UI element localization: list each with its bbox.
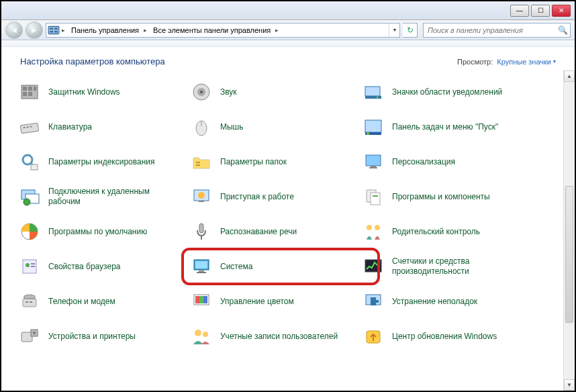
svg-rect-41 <box>371 193 380 205</box>
internet-options-icon <box>17 254 42 279</box>
folder-options-icon <box>189 150 213 174</box>
svg-rect-8 <box>34 87 36 91</box>
nav-forward-button[interactable]: ► <box>26 21 43 39</box>
view-by-dropdown[interactable]: Крупные значки ▾ <box>497 58 556 66</box>
sound-icon <box>189 80 213 104</box>
defender-icon <box>17 80 42 104</box>
svg-rect-63 <box>203 296 207 303</box>
navbar: ◄ ► ▸ Панель управления ▸ Все элементы п… <box>1 20 575 40</box>
cp-item-mouse[interactable]: Мышь <box>185 111 353 143</box>
cp-item-color[interactable]: Управление цветом <box>185 285 353 317</box>
cp-item-label: Клавиатура <box>48 122 92 132</box>
minimize-button[interactable]: — <box>510 5 529 17</box>
cp-item-label: Свойства браузера <box>48 262 121 272</box>
system-icon <box>189 254 213 279</box>
cp-item-phone[interactable]: Телефон и модем <box>13 285 181 317</box>
breadcrumb-seg-2[interactable]: Все элементы панели управления <box>149 23 273 37</box>
cp-item-label: Телефон и модем <box>48 297 115 307</box>
cp-item-speech[interactable]: Распознавание речи <box>185 215 353 248</box>
cp-item-update[interactable]: Центр обновления Windows <box>357 320 525 352</box>
cp-item-devices[interactable]: Устройства и принтеры <box>13 320 181 352</box>
address-bar[interactable]: ▸ Панель управления ▸ Все элементы панел… <box>46 23 400 38</box>
scroll-track[interactable] <box>564 82 575 379</box>
cp-item-remote[interactable]: Подключения к удаленным рабочим <box>13 181 181 213</box>
search-input[interactable] <box>424 26 555 34</box>
svg-rect-58 <box>26 301 28 303</box>
page-title: Настройка параметров компьютера <box>20 56 165 66</box>
cp-item-folder-options[interactable]: Параметры папок <box>185 146 353 178</box>
content-area: Защитник WindowsЗвукЗначки области уведо… <box>1 70 575 391</box>
cp-item-label: Подключения к удаленным рабочим <box>48 187 177 207</box>
view-by: Просмотр: Крупные значки ▾ <box>457 58 556 66</box>
cp-item-taskbar[interactable]: Панель задач и меню "Пуск" <box>357 111 525 143</box>
cp-item-parental[interactable]: Родительский контроль <box>357 215 525 248</box>
cp-item-internet-options[interactable]: Свойства браузера <box>13 250 181 283</box>
getting-started-icon <box>189 185 213 209</box>
svg-point-69 <box>203 332 208 337</box>
cp-item-defender[interactable]: Защитник Windows <box>13 76 181 108</box>
titlebar: — ☐ ✕ <box>1 1 575 20</box>
svg-point-67 <box>33 332 36 334</box>
scroll-down-button[interactable]: ▼ <box>564 379 575 391</box>
items-grid: Защитник WindowsЗвукЗначки области уведо… <box>13 76 575 352</box>
cp-item-system[interactable]: Система <box>185 250 353 283</box>
cp-item-personalization[interactable]: Персонализация <box>357 146 525 178</box>
cp-item-sound[interactable]: Звук <box>185 76 353 108</box>
cp-item-keyboard[interactable]: Клавиатура <box>13 111 181 143</box>
cp-item-label: Программы и компоненты <box>392 192 490 202</box>
address-dropdown-button[interactable]: ▾ <box>389 23 399 37</box>
cp-item-label: Устранение неполадок <box>392 297 477 307</box>
control-panel-window: — ☐ ✕ ◄ ► ▸ Панель управления ▸ Все элем… <box>1 1 575 391</box>
performance-icon <box>361 254 385 279</box>
svg-rect-1 <box>50 28 53 29</box>
cp-item-default-programs[interactable]: Программы по умолчанию <box>13 215 181 248</box>
svg-rect-44 <box>199 224 203 233</box>
svg-rect-14 <box>365 87 380 96</box>
svg-rect-20 <box>30 126 32 127</box>
svg-point-47 <box>375 225 380 230</box>
taskbar-icon <box>361 115 385 139</box>
svg-rect-7 <box>28 87 32 91</box>
cp-item-label: Система <box>220 262 252 272</box>
color-icon <box>189 289 213 313</box>
breadcrumb-seg-1[interactable]: Панель управления <box>67 23 142 37</box>
svg-rect-32 <box>371 166 376 167</box>
scroll-thumb[interactable] <box>565 186 573 323</box>
maximize-button[interactable]: ☐ <box>531 5 550 17</box>
control-panel-icon <box>48 24 60 36</box>
cp-item-users[interactable]: Учетные записи пользователей <box>185 320 353 352</box>
cp-item-programs[interactable]: Программы и компоненты <box>357 181 525 213</box>
cp-item-label: Центр обновления Windows <box>392 332 497 342</box>
cp-item-troubleshoot[interactable]: Устранение неполадок <box>357 285 525 317</box>
refresh-button[interactable]: ↻ <box>403 23 418 38</box>
svg-point-16 <box>377 97 379 99</box>
cp-item-getting-started[interactable]: Приступая к работе <box>185 181 353 213</box>
svg-rect-51 <box>31 266 35 267</box>
svg-rect-17 <box>20 123 38 134</box>
svg-rect-0 <box>48 26 59 34</box>
cp-item-label: Мышь <box>220 122 244 132</box>
svg-rect-42 <box>373 195 378 197</box>
cp-item-label: Параметры папок <box>220 157 287 167</box>
indexing-icon <box>17 150 42 174</box>
svg-rect-29 <box>196 162 200 163</box>
cp-item-performance[interactable]: Счетчики и средства производительности <box>357 250 525 283</box>
nav-back-button[interactable]: ◄ <box>5 21 23 39</box>
cp-item-indexing[interactable]: Параметры индексирования <box>13 146 181 178</box>
personalization-icon <box>361 150 385 174</box>
chevron-right-icon: ▸ <box>273 27 281 34</box>
search-icon[interactable]: 🔍 <box>555 26 570 35</box>
svg-point-13 <box>200 91 203 93</box>
content-header: Настройка параметров компьютера Просмотр… <box>1 47 575 70</box>
vertical-scrollbar: ▲ ▼ <box>563 70 575 391</box>
cp-item-label: Управление цветом <box>220 297 294 307</box>
svg-rect-39 <box>199 201 204 202</box>
cp-item-notification-icons[interactable]: Значки области уведомлений <box>357 76 525 108</box>
close-button[interactable]: ✕ <box>552 5 571 17</box>
scroll-up-button[interactable]: ▲ <box>564 70 575 82</box>
svg-rect-18 <box>23 127 26 128</box>
svg-rect-9 <box>23 92 27 96</box>
cp-item-label: Параметры индексирования <box>48 157 154 167</box>
svg-rect-6 <box>23 87 27 91</box>
devices-icon <box>17 324 42 348</box>
